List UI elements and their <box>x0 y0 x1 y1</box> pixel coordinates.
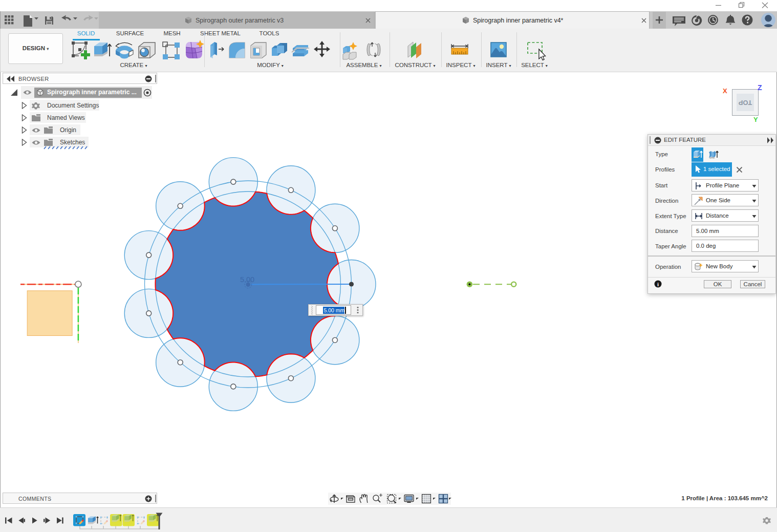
svg-text:5.00: 5.00 <box>240 275 254 284</box>
svg-text:i: i <box>657 281 659 287</box>
